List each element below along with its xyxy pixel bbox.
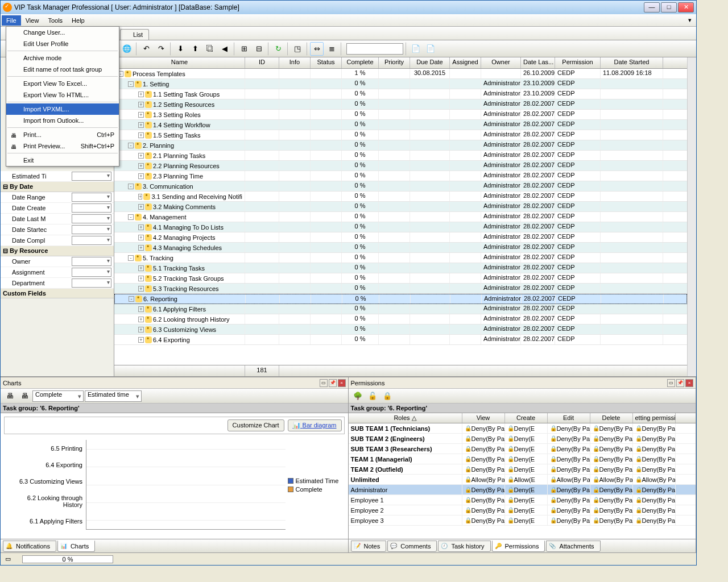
print-preview-icon[interactable]: 🖶 <box>18 389 31 403</box>
perm-cell[interactable]: 🔒Deny(E <box>505 495 548 505</box>
perm-cell[interactable]: 🔒Deny(By Pa <box>548 454 590 464</box>
customize-chart-button[interactable]: Customize Chart <box>228 419 284 431</box>
col-name[interactable]: Name <box>114 57 245 68</box>
task-row[interactable]: -2. Planning0 %Administrator28.02.2007CE… <box>114 140 687 151</box>
perm-cell[interactable]: 🔒Deny(By Pa <box>548 505 590 515</box>
perm-cell[interactable]: 🔒Deny(By Pa <box>590 454 633 464</box>
task-row[interactable]: +1.5 Setting Tasks0 %Administrator28.02.… <box>114 130 687 140</box>
filter-estimated-time[interactable]: Estimated Ti <box>1 171 114 182</box>
task-row[interactable]: -6. Reporting0 %Administrator28.02.2007C… <box>114 294 687 304</box>
perm-cell[interactable]: 🔒Deny(By Pa <box>548 516 590 525</box>
tree-toggle-icon[interactable]: + <box>138 194 142 199</box>
permission-row[interactable]: SUB TEAM 1 (Technicians)🔒Deny(By Pa🔒Deny… <box>349 423 696 434</box>
tree-toggle-icon[interactable]: + <box>138 102 144 107</box>
maximize-button[interactable]: □ <box>661 2 677 13</box>
panel-restore-icon[interactable]: ▭ <box>667 379 675 387</box>
tree-toggle-icon[interactable]: - <box>128 184 134 189</box>
toolbar-list-icon[interactable]: ≣ <box>325 42 338 56</box>
perm-cell[interactable]: 🔒Deny(By Pa <box>548 495 590 505</box>
perm-unlock-icon[interactable]: 🔓 <box>366 389 379 403</box>
menu-export-html[interactable]: Export View To HTML... <box>6 89 119 101</box>
perm-cell[interactable]: 🔒Deny(By Pa <box>462 423 505 433</box>
perm-cell[interactable]: 🔒Deny(E <box>505 434 548 443</box>
permission-row[interactable]: SUB TEAM 3 (Researchers)🔒Deny(By Pa🔒Deny… <box>349 444 696 454</box>
perm-cell[interactable]: 🔒Allow(By Pa <box>462 475 505 484</box>
tree-toggle-icon[interactable]: + <box>138 327 144 332</box>
task-row[interactable]: +1.3 Setting Roles0 %Administrator28.02.… <box>114 110 687 120</box>
perm-cell[interactable]: 🔒Deny(By Pa <box>633 464 676 474</box>
tree-toggle-icon[interactable]: + <box>138 204 144 210</box>
task-row[interactable]: +6.2 Looking through History0 %Administr… <box>114 314 687 325</box>
perm-cell[interactable]: 🔒Deny(By Pa <box>462 464 505 474</box>
task-row[interactable]: +2.2 Planning Resources0 %Administrator2… <box>114 161 687 171</box>
task-row[interactable]: -4. Management0 %Administrator28.02.2007… <box>114 212 687 222</box>
task-row[interactable]: +1.1 Setting Task Groups0 %Administrator… <box>114 89 687 99</box>
col-status[interactable]: Status <box>311 57 342 68</box>
task-row[interactable]: -5. Tracking0 %Administrator28.02.2007CE… <box>114 253 687 263</box>
grid-body[interactable]: -Process Templates1 %30.08.201526.10.200… <box>114 69 687 365</box>
task-row[interactable]: +3.2 Making Comments0 %Administrator28.0… <box>114 202 687 212</box>
permission-row[interactable]: Unlimited🔒Allow(By Pa🔒Allow(E🔒Allow(By P… <box>349 475 696 485</box>
chart-x-select[interactable]: Estimated time <box>85 390 142 402</box>
task-row[interactable]: +4.3 Managing Schedules0 %Administrator2… <box>114 243 687 253</box>
perm-cell[interactable]: 🔒Deny(By Pa <box>633 423 676 433</box>
panel-close-icon[interactable]: × <box>338 379 346 387</box>
perm-cell[interactable]: 🔒Allow(By Pa <box>590 475 633 484</box>
perm-cell[interactable]: 🔒Deny(E <box>505 423 548 433</box>
perm-cell[interactable]: 🔒Deny(By Pa <box>462 454 505 464</box>
menu-edit-profile[interactable]: Edit User Profile <box>6 38 119 49</box>
perm-cell[interactable]: 🔒Deny(By Pa <box>548 423 590 433</box>
menu-view[interactable]: View <box>21 15 44 26</box>
menu-import-vpxml[interactable]: Import VPXML... <box>6 103 119 115</box>
perm-cell[interactable]: 🔒Deny(E <box>505 454 548 464</box>
tree-toggle-icon[interactable]: - <box>128 81 134 87</box>
toolbar-copy-icon[interactable]: ⿻ <box>203 42 217 56</box>
filter-date-last-m[interactable]: Date Last M <box>1 214 114 225</box>
perm-cell[interactable]: 🔒Deny(By Pa <box>462 516 505 525</box>
menu-archive-mode[interactable]: Archive mode <box>6 52 119 64</box>
perm-cell[interactable]: 🔒Deny(By Pa <box>462 434 505 443</box>
perm-cell[interactable]: 🔒Deny(By Pa <box>633 444 676 454</box>
dropdown-icon[interactable] <box>72 193 111 202</box>
filter-date-create[interactable]: Date Create <box>1 203 114 214</box>
col-assigned[interactable]: Assigned <box>450 57 481 68</box>
permission-row[interactable]: TEAM 1 (Managerial)🔒Deny(By Pa🔒Deny(E🔒De… <box>349 454 696 464</box>
tree-toggle-icon[interactable]: - <box>128 143 134 148</box>
perm-cell[interactable]: 🔒Deny(E <box>505 485 548 494</box>
task-row[interactable]: +2.3 Planning Time0 %Administrator28.02.… <box>114 171 687 181</box>
filter-assignment[interactable]: Assignment <box>1 267 114 278</box>
filter-department[interactable]: Department <box>1 278 114 289</box>
toolbar-globe-icon[interactable]: 🌐 <box>120 42 134 56</box>
perm-cell[interactable]: 🔒Deny(By Pa <box>590 485 633 494</box>
pcol-create[interactable]: Create <box>505 413 548 423</box>
perm-cell[interactable]: 🔒Deny(By Pa <box>633 516 676 525</box>
tree-toggle-icon[interactable]: + <box>138 163 144 169</box>
tree-toggle-icon[interactable]: + <box>138 337 144 343</box>
perm-cell[interactable]: 🔒Deny(E <box>505 505 548 515</box>
pcol-edit[interactable]: Edit <box>548 413 590 423</box>
bar-diagram-button[interactable]: 📊 Bar diagram <box>288 419 342 431</box>
menu-change-user[interactable]: Change User... <box>6 27 119 38</box>
perm-cell[interactable]: 🔒Allow(E <box>505 475 548 484</box>
dropdown-icon[interactable] <box>72 278 111 288</box>
dropdown-icon[interactable] <box>72 225 111 234</box>
dropdown-icon[interactable] <box>72 214 111 223</box>
filter-group-by-resource[interactable]: ⊟ By Resource <box>1 246 114 256</box>
task-row[interactable]: +3.1 Sending and Receiving Notifi0 %Admi… <box>114 192 687 202</box>
tree-toggle-icon[interactable]: + <box>138 112 144 118</box>
print-icon[interactable]: 🖶 <box>3 389 16 403</box>
perm-cell[interactable]: 🔒Deny(By Pa <box>548 434 590 443</box>
perm-cell[interactable]: 🔒Allow(By Pa <box>548 475 590 484</box>
search-input[interactable] <box>346 43 403 55</box>
toolbar-cube-icon[interactable]: ◳ <box>291 42 304 56</box>
menu-help[interactable]: Help <box>67 15 89 26</box>
toolbar-refresh-icon[interactable]: ↻ <box>271 42 285 56</box>
minimize-button[interactable]: — <box>644 2 660 13</box>
perm-cell[interactable]: 🔒Deny(By Pa <box>462 444 505 454</box>
perm-cell[interactable]: 🔒Deny(By Pa <box>462 505 505 515</box>
perm-lock-icon[interactable]: 🔒 <box>380 389 394 403</box>
toolbar-resize-icon[interactable]: ⇔ <box>310 42 324 56</box>
filter-group-custom[interactable]: Custom Fields <box>1 289 114 298</box>
task-row[interactable]: +2.1 Planning Tasks0 %Administrator28.02… <box>114 151 687 161</box>
permission-row[interactable]: Administrator🔒Deny(By Pa🔒Deny(E🔒Deny(By … <box>349 485 696 495</box>
